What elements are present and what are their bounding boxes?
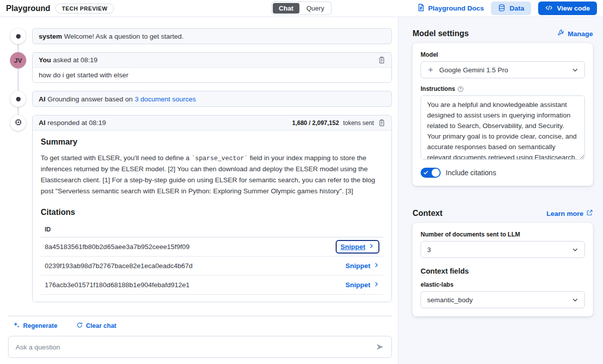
page-title: Playground bbox=[6, 4, 50, 13]
dot-icon bbox=[16, 97, 21, 101]
external-link-icon bbox=[586, 209, 593, 217]
model-select[interactable]: Google Gemini 1.5 Pro bbox=[421, 61, 585, 78]
citations-table: ID 8a45183561fb80b2d65aee3a7b952ceee15f9… bbox=[41, 223, 383, 295]
message-list: system Welcome! Ask a question to get st… bbox=[0, 17, 398, 316]
sparkle-icon bbox=[427, 66, 434, 73]
wrench-icon bbox=[557, 29, 565, 38]
document-sources-link[interactable]: 3 document sources bbox=[135, 95, 196, 103]
message-meta: responded at 08:19 bbox=[48, 119, 106, 127]
grounding-avatar bbox=[10, 91, 26, 107]
divider bbox=[8, 316, 392, 316]
message-author: system bbox=[39, 33, 62, 40]
message-author: You bbox=[39, 56, 51, 64]
copy-icon[interactable] bbox=[378, 56, 385, 64]
snippet-button[interactable]: Snippet bbox=[346, 262, 380, 270]
code-icon bbox=[545, 4, 553, 13]
tokens-label: tokens sent bbox=[343, 119, 374, 127]
tech-preview-badge: TECH PREVIEW bbox=[55, 4, 114, 14]
manage-link[interactable]: Manage bbox=[557, 29, 593, 38]
context-card: Number of documents sent to LLM 3 Contex… bbox=[413, 223, 593, 316]
context-field-select[interactable]: semantic_body bbox=[421, 291, 585, 308]
docs-count-value: 3 bbox=[427, 246, 567, 254]
send-icon[interactable] bbox=[375, 342, 384, 351]
chat-input-area: Regenerate Clear chat bbox=[0, 316, 398, 364]
system-message: system Welcome! Ask a question to get st… bbox=[8, 28, 392, 44]
citation-row: 8a45183561fb80b2d65aee3a7b952ceee15f9f09… bbox=[41, 237, 383, 257]
chat-panel: system Welcome! Ask a question to get st… bbox=[0, 17, 398, 364]
settings-sidebar: Model settings Manage Model Google Gemin… bbox=[398, 17, 603, 364]
message-author: AI bbox=[39, 119, 46, 127]
chevron-right-icon bbox=[373, 262, 379, 270]
playground-docs-link[interactable]: Playground Docs bbox=[417, 4, 484, 13]
citation-id: 176acb3e01571f180d68188b1e904febafd912e1 bbox=[45, 281, 189, 289]
check-icon bbox=[423, 170, 429, 175]
model-label: Model bbox=[421, 51, 585, 58]
citation-row: 176acb3e01571f180d68188b1e904febafd912e1… bbox=[41, 276, 383, 295]
context-heading: Context bbox=[413, 209, 443, 218]
tab-chat[interactable]: Chat bbox=[273, 3, 299, 14]
question-input[interactable] bbox=[16, 343, 375, 351]
learn-more-link[interactable]: Learn more bbox=[546, 209, 593, 217]
cpu-icon bbox=[14, 118, 23, 129]
summary-text: To get started with ELSER, you'll need t… bbox=[41, 153, 383, 197]
citation-row: 0239f193ab98d7b2767bace82e1eca0eadc4b67d… bbox=[41, 257, 383, 276]
refresh-icon bbox=[76, 322, 83, 330]
model-settings-heading: Model settings bbox=[413, 29, 469, 38]
citations-heading: Citations bbox=[41, 208, 383, 217]
document-icon bbox=[417, 4, 425, 13]
context-fields-heading: Context fields bbox=[421, 267, 585, 275]
user-message-text: how do i get started with elser bbox=[33, 68, 391, 82]
chevron-right-icon bbox=[368, 243, 374, 251]
tab-query[interactable]: Query bbox=[300, 3, 330, 14]
snippet-button[interactable]: Snippet bbox=[336, 240, 380, 254]
grounding-message: AI Grounding answer based on 3 document … bbox=[8, 91, 392, 107]
ai-avatar bbox=[10, 115, 26, 131]
index-label: elastic-labs bbox=[421, 281, 585, 288]
tokens-count: 1,680 / 2,097,152 bbox=[292, 119, 339, 127]
data-button[interactable]: Data bbox=[491, 2, 531, 15]
instructions-textarea[interactable]: You are a helpful and knowledgeable assi… bbox=[421, 95, 585, 160]
summary-heading: Summary bbox=[41, 138, 383, 147]
context-field-value: semantic_body bbox=[427, 296, 567, 304]
snippet-button[interactable]: Snippet bbox=[346, 281, 380, 289]
copy-icon[interactable] bbox=[378, 119, 385, 127]
citations-id-header: ID bbox=[41, 223, 383, 237]
include-citations-label: Include citations bbox=[446, 169, 496, 177]
model-select-value: Google Gemini 1.5 Pro bbox=[439, 66, 567, 74]
chevron-down-icon bbox=[572, 67, 578, 73]
citation-id: 0239f193ab98d7b2767bace82e1eca0eadc4b67d bbox=[45, 262, 192, 270]
chevron-down-icon bbox=[572, 247, 578, 253]
view-code-button[interactable]: View code bbox=[538, 2, 597, 15]
dot-icon bbox=[16, 34, 21, 39]
ai-message: AI responded at 08:19 1,680 / 2,097,152 … bbox=[8, 115, 392, 302]
instructions-label: Instructions bbox=[421, 85, 455, 92]
system-message-text: Welcome! Ask a question to get started. bbox=[64, 33, 184, 40]
help-icon[interactable] bbox=[457, 86, 464, 92]
top-bar: Playground TECH PREVIEW Chat Query Playg… bbox=[0, 0, 603, 17]
message-meta: asked at 08:19 bbox=[53, 56, 98, 64]
model-settings-card: Model Google Gemini 1.5 Pro Instructions… bbox=[413, 43, 593, 186]
system-avatar bbox=[10, 28, 26, 44]
grounding-text: Grounding answer based on bbox=[48, 95, 133, 103]
user-avatar: JV bbox=[10, 52, 26, 68]
message-author: AI bbox=[39, 95, 46, 103]
clear-chat-button[interactable]: Clear chat bbox=[76, 321, 116, 330]
sparkles-icon bbox=[13, 321, 20, 330]
citation-id: 8a45183561fb80b2d65aee3a7b952ceee15f9f09 bbox=[45, 243, 189, 251]
regenerate-button[interactable]: Regenerate bbox=[13, 321, 57, 330]
user-message: JV You asked at 08:19 how do i get start… bbox=[8, 52, 392, 83]
chevron-down-icon bbox=[572, 297, 578, 303]
database-icon bbox=[498, 4, 506, 13]
question-input-box bbox=[8, 336, 392, 358]
mode-toggle: Chat Query bbox=[271, 2, 332, 15]
include-citations-toggle[interactable] bbox=[421, 168, 441, 178]
docs-count-select[interactable]: 3 bbox=[421, 241, 585, 258]
chevron-right-icon bbox=[373, 281, 379, 289]
inline-code: `sparse_vector` bbox=[191, 155, 248, 162]
docs-count-label: Number of documents sent to LLM bbox=[421, 231, 585, 238]
